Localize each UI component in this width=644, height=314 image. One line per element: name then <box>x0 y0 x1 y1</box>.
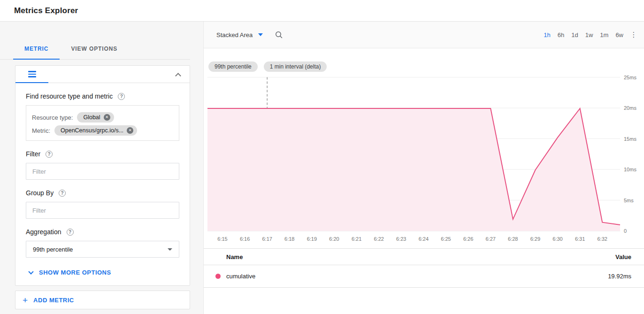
plus-icon: + <box>23 296 28 305</box>
filter-label: Filter <box>26 150 40 158</box>
add-metric-label: ADD METRIC <box>33 297 74 304</box>
chart-chip: 1 min interval (delta) <box>264 61 327 72</box>
y-tick-label: 20ms <box>624 105 644 111</box>
time-range-6h[interactable]: 6h <box>558 31 564 38</box>
x-tick-label: 6:25 <box>436 236 456 242</box>
chart-chips: 99th percentile1 min interval (delta) <box>208 61 327 72</box>
page-title: Metrics Explorer <box>14 0 78 21</box>
x-tick-label: 6:16 <box>235 236 255 242</box>
x-tick-label: 6:30 <box>547 236 568 242</box>
x-tick-label: 6:19 <box>301 236 322 242</box>
show-more-options-button[interactable]: SHOW MORE OPTIONS <box>26 269 179 276</box>
x-tick-label: 6:32 <box>592 236 613 242</box>
aggregation-value: 99th percentile <box>33 246 73 253</box>
metric-config-panel: METRIC VIEW OPTIONS Find resource type a… <box>0 22 203 314</box>
find-resource-label-row: Find resource type and metric ? <box>26 92 179 100</box>
x-tick-label: 6:18 <box>279 236 300 242</box>
x-tick-label: 6:21 <box>346 236 367 242</box>
chart-type-label: Stacked Area <box>216 31 253 38</box>
time-range-1d[interactable]: 1d <box>571 31 578 38</box>
x-tick-label: 6:26 <box>458 236 479 242</box>
legend-table: Name Value cumulative19.92ms <box>204 248 644 288</box>
metric-chip-label: OpenCensus/grpc.io/s... <box>61 127 123 134</box>
list-icon[interactable] <box>28 71 36 77</box>
chart-chip: 99th percentile <box>208 61 258 72</box>
y-tick-label: 0 <box>624 228 644 234</box>
filter-input[interactable] <box>26 163 179 180</box>
stacked-area-chart[interactable] <box>204 73 644 234</box>
aggregation-label-row: Aggregation ? <box>26 228 179 236</box>
y-tick-label: 15ms <box>624 136 644 142</box>
page-body: METRIC VIEW OPTIONS Find resource type a… <box>0 22 644 314</box>
group-by-label: Group By <box>26 189 54 197</box>
tab-view-options[interactable]: VIEW OPTIONS <box>60 46 129 59</box>
legend-table-header: Name Value <box>204 249 644 265</box>
x-tick-label: 6:27 <box>480 236 501 242</box>
resource-type-label: Resource type: <box>32 114 73 121</box>
resource-metric-box: Resource type: Global ✕ Metric: OpenCens… <box>26 105 179 141</box>
x-tick-label: 6:22 <box>368 236 389 242</box>
metric-card-toolbar <box>15 66 190 83</box>
time-range-1w[interactable]: 1w <box>585 31 593 38</box>
panel-tab-bar: METRIC VIEW OPTIONS <box>0 22 190 60</box>
chevron-down-icon <box>28 269 33 274</box>
search-icon[interactable] <box>275 31 283 39</box>
x-tick-label: 6:20 <box>324 236 345 242</box>
resource-type-chip[interactable]: Global ✕ <box>77 112 114 123</box>
metric-card-body: Find resource type and metric ? Resource… <box>15 92 190 285</box>
x-tick-label: 6:28 <box>503 236 523 242</box>
x-tick-label: 6:24 <box>413 236 434 242</box>
page-header: Metrics Explorer <box>0 0 644 22</box>
x-tick-label: 6:15 <box>212 236 233 242</box>
series-color-dot <box>215 274 221 279</box>
series-name: cumulative <box>226 273 255 280</box>
x-tick-label: 6:17 <box>257 236 277 242</box>
metric-row: Metric: OpenCensus/grpc.io/s... ✕ <box>32 125 173 136</box>
group-by-label-row: Group By ? <box>26 189 179 197</box>
time-range-group: 1h6h1d1w1m6w <box>544 31 623 38</box>
series-value: 19.92ms <box>608 273 631 280</box>
chart-area: 25ms20ms15ms10ms5ms0 6:156:166:176:186:1… <box>204 73 644 248</box>
aggregation-label: Aggregation <box>26 228 61 236</box>
x-tick-label: 6:31 <box>570 236 590 242</box>
chart-type-dropdown[interactable]: Stacked Area <box>216 31 263 38</box>
caret-down-icon <box>258 33 263 36</box>
legend-table-row[interactable]: cumulative19.92ms <box>204 265 644 288</box>
caret-down-icon <box>168 248 172 251</box>
aggregation-select[interactable]: 99th percentile <box>26 241 179 258</box>
metrics-explorer-app: Metrics Explorer METRIC VIEW OPTIONS Fin… <box>0 0 644 314</box>
metric-builder-card: Find resource type and metric ? Resource… <box>15 65 190 286</box>
x-tick-label: 6:23 <box>391 236 412 242</box>
show-more-options-label: SHOW MORE OPTIONS <box>39 269 111 276</box>
collapse-chevron-icon[interactable] <box>175 73 181 79</box>
legend-rows: cumulative19.92ms <box>204 265 644 288</box>
metric-label: Metric: <box>32 127 50 134</box>
help-icon[interactable]: ? <box>46 151 53 158</box>
time-range-6w[interactable]: 6w <box>615 31 623 38</box>
find-resource-label: Find resource type and metric <box>26 92 113 100</box>
help-icon[interactable]: ? <box>59 190 66 197</box>
help-icon[interactable]: ? <box>118 93 125 100</box>
add-metric-button[interactable]: + ADD METRIC <box>15 291 190 309</box>
series-area-fill <box>207 108 620 231</box>
y-tick-label: 5ms <box>624 197 644 204</box>
filter-label-row: Filter ? <box>26 150 179 158</box>
time-range-1h[interactable]: 1h <box>544 31 550 38</box>
group-by-input[interactable] <box>26 202 179 219</box>
value-column-header: Value <box>615 253 631 260</box>
y-tick-label: 25ms <box>624 74 644 81</box>
name-column-header: Name <box>226 253 243 260</box>
tab-metric[interactable]: METRIC <box>13 46 60 59</box>
chart-toolbar: Stacked Area 1h6h1d1w1m6w ⋮ <box>204 22 644 48</box>
metric-chip[interactable]: OpenCensus/grpc.io/s... ✕ <box>54 125 137 136</box>
close-icon[interactable]: ✕ <box>104 114 110 121</box>
x-tick-label: 6:29 <box>525 236 545 242</box>
time-range-1m[interactable]: 1m <box>600 31 608 38</box>
resource-type-chip-label: Global <box>83 114 100 121</box>
y-tick-label: 10ms <box>624 166 644 173</box>
help-icon[interactable]: ? <box>67 229 74 236</box>
more-vert-icon[interactable]: ⋮ <box>630 31 637 39</box>
resource-type-row: Resource type: Global ✕ <box>32 112 173 123</box>
close-icon[interactable]: ✕ <box>127 127 133 134</box>
chart-panel: Stacked Area 1h6h1d1w1m6w ⋮ 99th percent… <box>203 22 644 314</box>
